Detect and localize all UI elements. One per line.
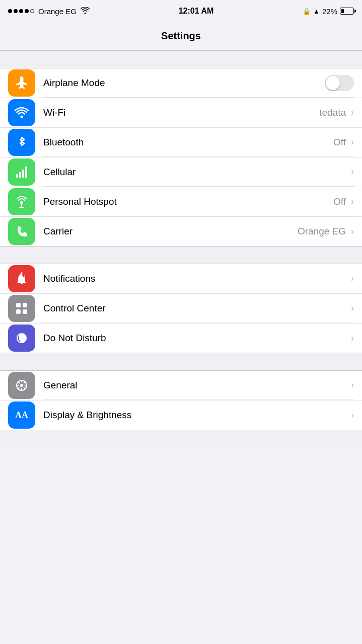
- settings-row-dnd[interactable]: Do Not Disturb ›: [0, 324, 362, 353]
- signal-strength: [8, 9, 34, 13]
- status-left: Orange EG: [8, 7, 90, 16]
- signal-dot-2: [14, 9, 18, 13]
- wifi-chevron: ›: [351, 107, 354, 118]
- svg-point-16: [20, 384, 23, 387]
- airplane-mode-content: Airplane Mode: [43, 68, 354, 98]
- settings-row-control-center[interactable]: Control Center ›: [0, 294, 362, 324]
- carrier-label: Orange EG: [38, 7, 77, 16]
- svg-text:AA: AA: [15, 410, 28, 420]
- bluetooth-content: Bluetooth Off ›: [43, 128, 354, 157]
- cellular-icon: [8, 158, 35, 186]
- settings-row-carrier[interactable]: Carrier Orange EG ›: [0, 217, 362, 246]
- display-brightness-label: Display & Brightness: [43, 410, 350, 421]
- svg-text:!: !: [24, 274, 25, 277]
- control-center-content: Control Center ›: [43, 294, 354, 323]
- status-right: 🔒 ▲ 22%: [303, 7, 354, 16]
- svg-rect-1: [16, 174, 18, 178]
- settings-group-preferences: General › AA Display & Brightness ›: [0, 371, 362, 430]
- lock-icon: 🔒: [303, 8, 311, 15]
- carrier-label-row: Carrier: [43, 226, 298, 237]
- general-chevron: ›: [351, 380, 354, 390]
- hotspot-chevron: ›: [351, 196, 354, 207]
- svg-rect-14: [23, 309, 27, 314]
- settings-row-general[interactable]: General ›: [0, 371, 362, 400]
- hotspot-icon: [8, 188, 35, 215]
- bluetooth-value: Off: [333, 137, 346, 148]
- notifications-chevron: ›: [351, 273, 354, 284]
- settings-row-wifi[interactable]: Wi-Fi tedata ›: [0, 98, 362, 128]
- svg-rect-12: [23, 303, 27, 307]
- bottom-spacing: [0, 430, 362, 448]
- notifications-label: Notifications: [43, 273, 350, 284]
- general-label: General: [43, 380, 350, 391]
- wifi-value: tedata: [319, 107, 346, 118]
- svg-rect-8: [21, 272, 23, 274]
- svg-rect-4: [25, 167, 27, 178]
- control-center-icon: [8, 295, 35, 322]
- status-time: 12:01 AM: [179, 7, 214, 16]
- svg-rect-3: [22, 170, 24, 178]
- carrier-content: Carrier Orange EG ›: [43, 217, 354, 246]
- wifi-label: Wi-Fi: [43, 107, 319, 118]
- signal-dot-5: [30, 9, 34, 13]
- cellular-content: Cellular ›: [43, 157, 354, 187]
- svg-point-0: [21, 116, 23, 118]
- airplane-mode-toggle[interactable]: [325, 75, 354, 91]
- carrier-chevron: ›: [351, 226, 354, 237]
- bluetooth-icon: [8, 129, 35, 156]
- carrier-value: Orange EG: [298, 226, 346, 237]
- svg-line-23: [24, 382, 25, 383]
- cellular-label: Cellular: [43, 167, 350, 178]
- section-gap-2: [0, 246, 362, 264]
- battery-percentage: 22%: [322, 7, 337, 16]
- bluetooth-chevron: ›: [351, 137, 354, 147]
- svg-rect-6: [21, 204, 22, 207]
- settings-group-system: ! Notifications › Control Center ›: [0, 264, 362, 353]
- settings-group-connectivity: Airplane Mode Wi-Fi tedata ›: [0, 68, 362, 246]
- cellular-chevron: ›: [351, 167, 354, 177]
- general-content: General ›: [43, 371, 354, 400]
- wifi-status-icon: [81, 7, 90, 16]
- display-brightness-icon: AA: [8, 401, 35, 429]
- signal-dot-1: [8, 9, 12, 13]
- airplane-mode-toggle-thumb: [326, 76, 340, 90]
- location-icon: ▲: [313, 8, 320, 15]
- signal-dot-3: [19, 9, 23, 13]
- navigation-bar: Settings: [0, 22, 362, 50]
- airplane-mode-icon: [8, 69, 35, 97]
- settings-row-airplane-mode[interactable]: Airplane Mode: [0, 68, 362, 98]
- dnd-label: Do Not Disturb: [43, 333, 350, 344]
- signal-dot-4: [25, 9, 29, 13]
- settings-row-hotspot[interactable]: Personal Hotspot Off ›: [0, 187, 362, 217]
- dnd-icon: [8, 325, 35, 352]
- svg-rect-2: [19, 172, 21, 178]
- section-gap-top: [0, 50, 362, 68]
- svg-line-22: [24, 387, 25, 389]
- display-brightness-content: Display & Brightness ›: [43, 400, 354, 430]
- general-icon: [8, 372, 35, 399]
- svg-line-21: [18, 382, 20, 383]
- svg-rect-13: [16, 309, 21, 314]
- wifi-content: Wi-Fi tedata ›: [43, 98, 354, 127]
- bluetooth-label: Bluetooth: [43, 137, 333, 148]
- settings-row-cellular[interactable]: Cellular ›: [0, 157, 362, 187]
- notifications-content: Notifications ›: [43, 264, 354, 293]
- svg-rect-11: [16, 303, 21, 307]
- carrier-icon: [8, 218, 35, 245]
- page-title: Settings: [161, 30, 201, 42]
- settings-row-display-brightness[interactable]: AA Display & Brightness ›: [0, 400, 362, 430]
- control-center-chevron: ›: [351, 303, 354, 313]
- control-center-label: Control Center: [43, 303, 350, 314]
- hotspot-value: Off: [333, 196, 346, 207]
- section-gap-3: [0, 353, 362, 371]
- display-brightness-chevron: ›: [351, 410, 354, 421]
- settings-row-bluetooth[interactable]: Bluetooth Off ›: [0, 128, 362, 157]
- battery-icon: [340, 8, 354, 15]
- airplane-mode-label: Airplane Mode: [43, 77, 325, 89]
- hotspot-content: Personal Hotspot Off ›: [43, 187, 354, 216]
- settings-row-notifications[interactable]: ! Notifications ›: [0, 264, 362, 294]
- notifications-icon: !: [8, 265, 35, 292]
- dnd-chevron: ›: [351, 333, 354, 344]
- svg-rect-7: [19, 207, 24, 208]
- hotspot-label: Personal Hotspot: [43, 196, 333, 207]
